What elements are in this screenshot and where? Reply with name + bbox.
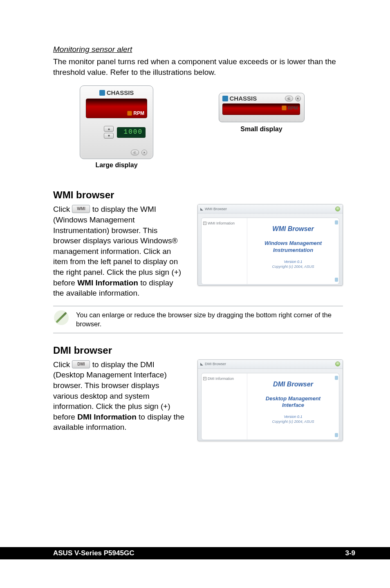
dmi-browser-window: ◣ DMI Browser × + DMI Information DMI Br… (197, 359, 343, 441)
chassis-label-small: CHASSIS (230, 95, 257, 102)
dmi-tree-node[interactable]: + DMI Information (203, 377, 245, 381)
close-icon[interactable]: × (295, 96, 301, 101)
wmi-button[interactable]: WMI (72, 205, 90, 213)
dmi-inner-card: + DMI Information DMI Browser Desktop Ma… (201, 373, 339, 440)
arrow-up-icon[interactable]: ▴ (104, 126, 114, 132)
dmi-paragraph: Click DMI to display the DMI (Desktop Ma… (53, 359, 185, 441)
dmi-titlebar: ◣ DMI Browser × (198, 360, 343, 369)
wmi-pane-title: WMI Browser (247, 225, 339, 233)
footer-right: 3-9 (345, 549, 355, 557)
window-close-icon[interactable]: × (335, 361, 340, 366)
dmi-pane-ver: Version 0.1 (247, 415, 339, 419)
wmi-tree-node[interactable]: + WMI Information (203, 221, 245, 225)
monitoring-body: The monitor panel turns red when a compo… (53, 56, 343, 77)
tree-expand-icon[interactable]: + (203, 222, 206, 225)
chassis-small-panel: CHASSIS ⊂ × RPM (219, 93, 305, 122)
footer-left: ASUS V-Series P5945GC (53, 549, 134, 557)
wmi-paragraph: Click WMI to display the WMI (Windows Ma… (53, 204, 185, 298)
chassis-label-large: CHASSIS (107, 89, 134, 96)
dmi-row: Click DMI to display the DMI (Desktop Ma… (53, 359, 343, 441)
asus-logo-icon (99, 90, 105, 96)
window-icon: ◣ (200, 207, 203, 211)
dmi-content-pane: DMI Browser Desktop Management Interface… (247, 373, 339, 440)
meter-small: RPM (222, 103, 300, 115)
monitoring-heading: Monitoring sensor alert (53, 45, 343, 54)
collapse-icon[interactable]: ⊂ (285, 96, 293, 101)
dmi-bold-term: DMI Information (77, 413, 137, 421)
dmi-tree-pane: + DMI Information (202, 373, 247, 440)
dmi-tree-label: DMI Information (208, 377, 234, 381)
rpm-tag-large: RPM (127, 110, 144, 116)
rpm-box-icon (127, 111, 132, 116)
asus-logo-icon (222, 96, 228, 101)
wmi-tree-label: WMI Information (208, 221, 235, 225)
wmi-row: Click WMI to display the WMI (Windows Ma… (53, 204, 343, 298)
divider (53, 333, 343, 333)
wmi-bold-term: WMI Information (77, 278, 138, 287)
small-display-col: CHASSIS ⊂ × RPM Small display (180, 85, 343, 169)
wmi-window-title: WMI Browser (205, 207, 227, 211)
wmi-pane-sub2: Instrumentation (247, 247, 339, 254)
rpm-label-small: RPM (288, 105, 298, 110)
dmi-pane-copy: Copyright (c) 2004, ASUS (247, 420, 339, 424)
wmi-titlebar: ◣ WMI Browser × (198, 204, 343, 213)
dmi-para-pre: Click (53, 360, 72, 369)
window-icon: ◣ (200, 362, 203, 366)
chassis-small-header: CHASSIS ⊂ × (222, 95, 301, 102)
rpm-tag-small: RPM (282, 105, 298, 110)
meter-large: RPM (86, 99, 147, 118)
scroll-down-icon[interactable] (335, 278, 338, 282)
close-icon[interactable]: × (141, 150, 147, 155)
dmi-button[interactable]: DMI (72, 360, 90, 368)
tree-expand-icon[interactable]: + (203, 377, 206, 380)
pencil-icon (54, 310, 69, 325)
wmi-window-col: ◣ WMI Browser × + WMI Information WMI Br… (197, 204, 343, 298)
wmi-pane-ver: Version 0.1 (247, 260, 339, 264)
chassis-large-panel: CHASSIS RPM ▴ ▾ 1000 ⊂ × (80, 85, 153, 159)
panel-icons-large: ⊂ × (131, 150, 147, 155)
dmi-pane-title: DMI Browser (247, 381, 339, 388)
large-caption: Large display (53, 162, 180, 169)
scroll-up-icon[interactable] (335, 220, 338, 224)
wmi-tree-pane: + WMI Information (202, 218, 247, 284)
dmi-heading: DMI browser (53, 345, 343, 356)
threshold-block: ▴ ▾ 1000 (104, 126, 146, 139)
small-caption: Small display (180, 126, 343, 133)
dmi-window-col: ◣ DMI Browser × + DMI Information DMI Br… (197, 359, 343, 441)
page-footer: ASUS V-Series P5945GC 3-9 (0, 547, 390, 559)
dmi-pane-sub2: Interface (247, 402, 339, 409)
display-row: CHASSIS RPM ▴ ▾ 1000 ⊂ × Large display (53, 85, 343, 169)
arrow-down-icon[interactable]: ▾ (104, 133, 114, 139)
rpm-box-icon (282, 105, 287, 110)
dmi-window-title: DMI Browser (205, 362, 226, 366)
wmi-para-post1: to display the WMI (Windows Management I… (53, 205, 181, 287)
dmi-para-post1: to display the DMI (Desktop Management I… (53, 360, 170, 421)
threshold-arrows: ▴ ▾ (104, 126, 114, 139)
expand-icon[interactable]: ⊂ (131, 150, 139, 155)
wmi-browser-window: ◣ WMI Browser × + WMI Information WMI Br… (197, 204, 343, 286)
large-display-col: CHASSIS RPM ▴ ▾ 1000 ⊂ × Large display (53, 85, 180, 169)
dmi-pane-sub1: Desktop Management (247, 395, 339, 402)
wmi-content-pane: WMI Browser Windows Management Instrumen… (247, 218, 339, 284)
chassis-large-title: CHASSIS (80, 86, 153, 98)
note-block: You can enlarge or reduce the browser si… (53, 306, 343, 333)
threshold-readout: 1000 (117, 127, 146, 138)
wmi-pane-copy: Copyright (c) 2004, ASUS (247, 265, 339, 269)
wmi-heading: WMI browser (53, 189, 343, 201)
note-text: You can enlarge or reduce the browser si… (76, 310, 343, 329)
rpm-label-large: RPM (133, 110, 144, 116)
wmi-inner-card: + WMI Information WMI Browser Windows Ma… (201, 218, 339, 285)
scroll-up-icon[interactable] (335, 376, 338, 380)
wmi-pane-sub1: Windows Management (247, 240, 339, 247)
scroll-down-icon[interactable] (335, 433, 338, 437)
wmi-para-pre: Click (53, 205, 72, 213)
window-close-icon[interactable]: × (335, 206, 340, 211)
